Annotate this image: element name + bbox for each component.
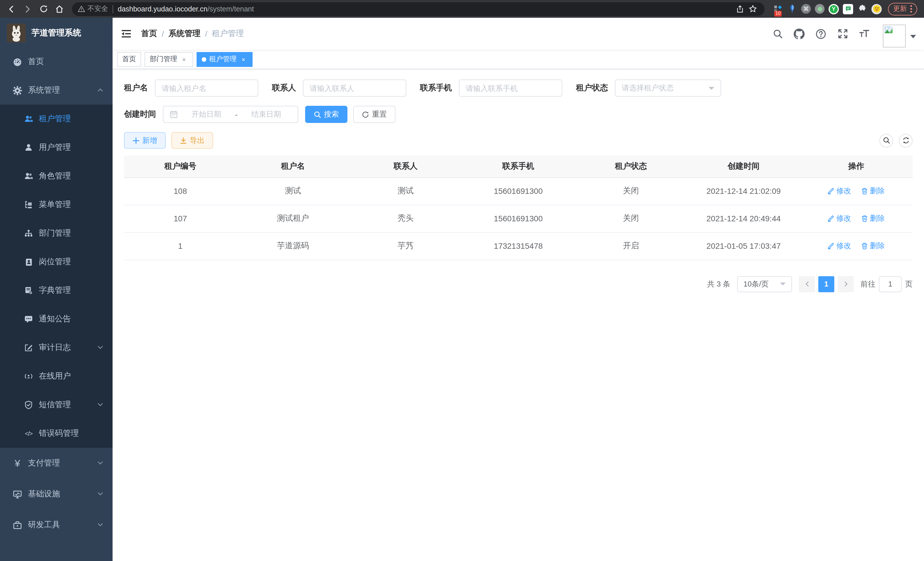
profile-avatar-icon[interactable] bbox=[872, 4, 882, 14]
sidebar-item-label: 研发工具 bbox=[28, 520, 60, 530]
date-range-picker[interactable]: 开始日期 - 结束日期 bbox=[163, 106, 298, 123]
export-button[interactable]: 导出 bbox=[171, 132, 213, 149]
refresh-icon bbox=[362, 111, 369, 118]
sidebar-collapse-icon[interactable] bbox=[121, 27, 133, 40]
search-button[interactable]: 搜索 bbox=[305, 106, 347, 123]
sidebar-item-sms[interactable]: 短信管理 bbox=[0, 391, 112, 419]
share-icon[interactable] bbox=[734, 3, 746, 15]
extension-y-icon[interactable]: Y bbox=[829, 4, 839, 14]
close-icon[interactable]: × bbox=[239, 55, 248, 63]
sidebar-item-dept[interactable]: 部门管理 bbox=[0, 219, 112, 248]
trash-icon bbox=[861, 242, 868, 249]
chrome-update-button[interactable]: 更新 bbox=[888, 3, 917, 15]
fullscreen-icon[interactable] bbox=[837, 28, 848, 39]
extension-command-icon[interactable]: ⌘ bbox=[801, 4, 811, 14]
table-toolbar: 新增 导出 bbox=[124, 132, 913, 149]
search-icon[interactable] bbox=[772, 28, 783, 39]
breadcrumb-system[interactable]: 系统管理 bbox=[169, 29, 201, 39]
sidebar-item-label: 岗位管理 bbox=[39, 257, 71, 267]
reset-button[interactable]: 重置 bbox=[353, 106, 395, 123]
browser-menu-icon[interactable] bbox=[910, 5, 912, 13]
back-icon[interactable] bbox=[4, 2, 18, 16]
status-text: 关闭 bbox=[574, 205, 687, 232]
sidebar-item-online-users[interactable]: 在线用户 bbox=[0, 362, 112, 391]
forward-icon[interactable] bbox=[21, 2, 34, 16]
delete-link[interactable]: 删除 bbox=[861, 186, 885, 196]
sidebar-item-menu[interactable]: 菜单管理 bbox=[0, 190, 112, 219]
sidebar-item-error-code[interactable]: </> 错误码管理 bbox=[0, 419, 112, 448]
start-date-placeholder: 开始日期 bbox=[181, 109, 232, 120]
sidebar-item-post[interactable]: 岗位管理 bbox=[0, 248, 112, 276]
close-icon[interactable]: × bbox=[180, 55, 188, 63]
divider bbox=[112, 5, 113, 13]
add-button[interactable]: 新增 bbox=[124, 132, 166, 149]
sidebar-item-infra[interactable]: 基础设施 bbox=[0, 479, 112, 510]
total-count: 共 3 条 bbox=[707, 279, 730, 289]
sidebar-item-user[interactable]: 用户管理 bbox=[0, 133, 112, 162]
tab-tenant[interactable]: 租户管理 × bbox=[196, 52, 253, 67]
pagination: 共 3 条 10条/页 1 bbox=[124, 276, 913, 292]
yen-icon: ¥ bbox=[13, 458, 22, 468]
sidebar-item-home[interactable]: 首页 bbox=[0, 47, 112, 76]
extension-grid-icon[interactable]: 10 bbox=[772, 4, 783, 14]
home-icon[interactable] bbox=[52, 2, 66, 16]
breadcrumb-home[interactable]: 首页 bbox=[141, 29, 157, 39]
sidebar-item-notice[interactable]: 通知公告 bbox=[0, 305, 112, 333]
page-number-1[interactable]: 1 bbox=[818, 276, 834, 292]
delete-link[interactable]: 删除 bbox=[861, 213, 885, 224]
dashboard-icon bbox=[13, 57, 22, 67]
contact-input[interactable] bbox=[310, 84, 399, 92]
chevron-down-icon bbox=[97, 459, 104, 468]
sidebar-item-dict[interactable]: 字典管理 bbox=[0, 276, 112, 305]
col-tenant-id: 租户编号 bbox=[124, 156, 237, 177]
goto-page-input[interactable] bbox=[879, 276, 902, 292]
sidebar-item-pay[interactable]: ¥ 支付管理 bbox=[0, 448, 112, 479]
dictionary-icon bbox=[24, 286, 33, 295]
font-size-icon[interactable] bbox=[859, 28, 870, 39]
help-icon[interactable] bbox=[815, 28, 826, 39]
show-search-toggle-button[interactable] bbox=[879, 134, 893, 147]
reload-icon[interactable] bbox=[37, 2, 50, 16]
status-select[interactable]: 请选择租户状态 bbox=[615, 80, 721, 97]
tenant-name-input[interactable] bbox=[162, 84, 251, 92]
sidebar-item-label: 部门管理 bbox=[39, 228, 71, 238]
log-edit-icon bbox=[24, 343, 33, 352]
refresh-table-button[interactable] bbox=[899, 134, 913, 147]
page-size-select[interactable]: 10条/页 bbox=[737, 276, 792, 292]
extension-dot-icon[interactable] bbox=[815, 4, 825, 14]
sidebar-item-dev-tools[interactable]: 研发工具 bbox=[0, 510, 112, 540]
delete-link[interactable]: 删除 bbox=[861, 241, 885, 251]
tab-dept[interactable]: 部门管理 × bbox=[145, 52, 193, 67]
col-tenant-name: 租户名 bbox=[237, 156, 349, 177]
url-host: dashboard.yudao.iocoder.cn bbox=[118, 5, 207, 13]
extensions-puzzle-icon[interactable] bbox=[857, 4, 867, 14]
github-icon[interactable] bbox=[794, 28, 805, 39]
address-bar[interactable]: 不安全 dashboard.yudao.iocoder.cn /system/t… bbox=[72, 2, 765, 16]
sidebar-item-label: 支付管理 bbox=[28, 458, 60, 468]
app-logo-row[interactable]: 芋道管理系统 bbox=[0, 18, 112, 47]
tab-home[interactable]: 首页 bbox=[117, 52, 141, 67]
sidebar-item-system[interactable]: 系统管理 bbox=[0, 76, 112, 105]
breadcrumb: 首页 / 系统管理 / 租户管理 bbox=[141, 29, 244, 39]
chevron-down-icon bbox=[97, 343, 104, 352]
edit-link[interactable]: 修改 bbox=[828, 241, 851, 251]
sidebar-item-tenant[interactable]: 租户管理 bbox=[0, 105, 112, 133]
sidebar-item-label: 角色管理 bbox=[39, 171, 71, 181]
prev-page-button[interactable] bbox=[799, 276, 815, 292]
next-page-button[interactable] bbox=[838, 276, 854, 292]
mobile-input[interactable] bbox=[466, 84, 555, 92]
user-avatar-menu[interactable] bbox=[883, 20, 916, 47]
bookmark-star-icon[interactable] bbox=[746, 3, 759, 15]
edit-link[interactable]: 修改 bbox=[828, 186, 851, 196]
chevron-down-icon bbox=[910, 35, 916, 38]
code-icon: </> bbox=[24, 429, 33, 438]
url-path: /system/tenant bbox=[207, 5, 254, 13]
filter-form: 租户名 联系人 联系手机 租户状态 请选择租户状态 bbox=[124, 80, 913, 123]
sidebar-item-role[interactable]: 角色管理 bbox=[0, 162, 112, 190]
not-secure-warning[interactable]: 不安全 bbox=[78, 4, 108, 14]
edit-link[interactable]: 修改 bbox=[828, 213, 851, 224]
security-label: 不安全 bbox=[87, 4, 108, 14]
extension-chat-icon[interactable] bbox=[843, 4, 853, 14]
sidebar-item-audit-log[interactable]: 审计日志 bbox=[0, 333, 112, 362]
extension-kite-icon[interactable] bbox=[787, 4, 797, 14]
